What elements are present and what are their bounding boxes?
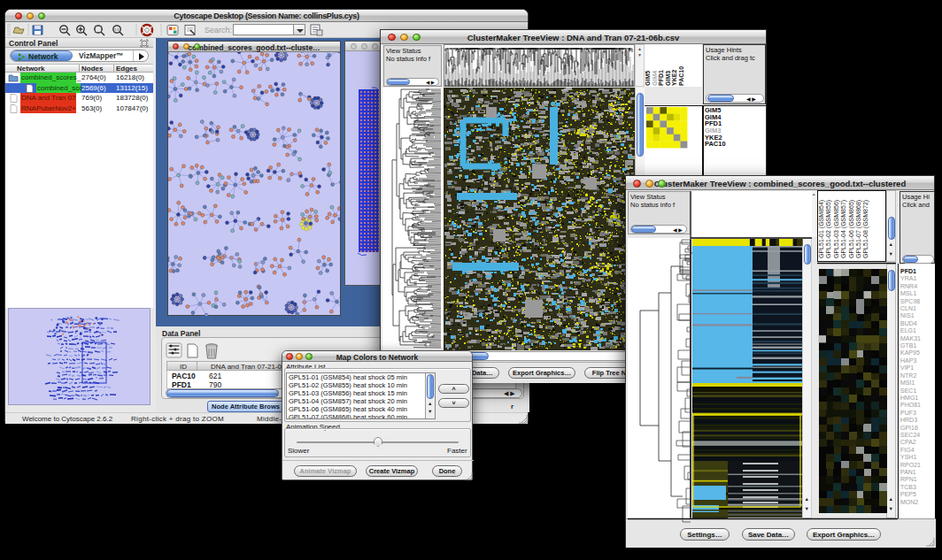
- svg-text:GPL51-01 (GSM854): GPL51-01 (GSM854): [818, 200, 825, 258]
- svg-text:YKE2: YKE2: [671, 70, 677, 86]
- svg-text:GIM5: GIM5: [645, 71, 651, 86]
- svg-text:GPL51-06 (GSM865): GPL51-06 (GSM865): [848, 200, 855, 258]
- svg-text:GPL51-08 (GSM872): GPL51-08 (GSM872): [862, 200, 869, 258]
- svg-text:GPL51-03 (GSM856): GPL51-03 (GSM856): [833, 200, 840, 258]
- svg-text:GPL51-02 (GSM855): GPL51-02 (GSM855): [825, 200, 832, 258]
- svg-text:PFD1: PFD1: [658, 70, 664, 86]
- svg-text:PAC10: PAC10: [678, 66, 684, 86]
- svg-text:GIM3: GIM3: [665, 71, 671, 86]
- svg-text:GPL51-07 (GSM868): GPL51-07 (GSM868): [855, 200, 862, 258]
- svg-text:GIM4: GIM4: [652, 71, 658, 86]
- svg-text:GPL51-04 (GSM857): GPL51-04 (GSM857): [840, 200, 847, 258]
